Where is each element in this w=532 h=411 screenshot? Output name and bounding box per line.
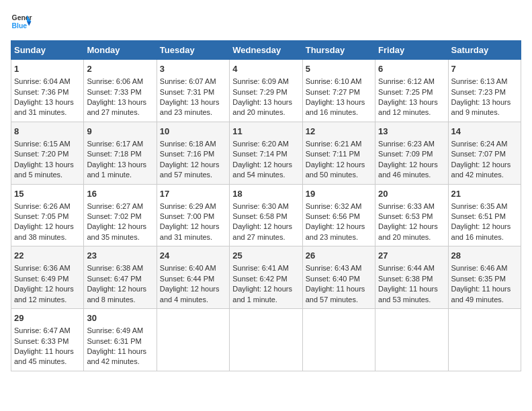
day-info-line: Sunrise: 6:44 AM [378, 263, 445, 273]
day-info-line: Sunset: 6:56 PM [306, 212, 372, 222]
day-info-line: Daylight: 11 hours [87, 347, 153, 357]
weekday-header-tuesday: Tuesday [157, 41, 229, 60]
day-info-line: and 8 minutes. [87, 295, 153, 305]
day-info-line: and 35 minutes. [87, 232, 153, 242]
page-header: General Blue [11, 11, 521, 32]
day-info-line: Sunset: 6:31 PM [87, 336, 153, 347]
day-info-line: and 31 minutes. [160, 232, 226, 242]
day-info-line: Sunset: 7:20 PM [14, 149, 81, 159]
calendar-cell: 14Sunrise: 6:24 AMSunset: 7:07 PMDayligh… [448, 122, 521, 184]
day-info-line: and 4 minutes. [160, 295, 226, 305]
day-info-line: Daylight: 11 hours [306, 284, 372, 294]
calendar-cell: 5Sunrise: 6:10 AMSunset: 7:27 PMDaylight… [302, 60, 375, 122]
day-info-line: and 42 minutes. [451, 170, 518, 180]
day-number: 10 [160, 126, 226, 138]
day-number: 6 [378, 63, 445, 75]
calendar-cell: 11Sunrise: 6:20 AMSunset: 7:14 PMDayligh… [230, 122, 302, 184]
day-info-line: and 53 minutes. [378, 295, 445, 305]
day-number: 5 [306, 63, 372, 75]
day-info-line: Sunrise: 6:26 AM [14, 201, 81, 212]
calendar-table: SundayMondayTuesdayWednesdayThursdayFrid… [11, 40, 521, 371]
day-info-line: Sunset: 7:16 PM [160, 149, 226, 159]
day-info-line: and 23 minutes. [160, 107, 226, 118]
day-info-line: Daylight: 13 hours [160, 97, 226, 107]
day-info-line: Daylight: 12 hours [451, 222, 518, 232]
day-number: 30 [87, 312, 153, 324]
day-info-line: Sunrise: 6:18 AM [160, 139, 226, 149]
day-info-line: Sunrise: 6:21 AM [306, 139, 372, 149]
day-info-line: Sunset: 6:44 PM [160, 274, 226, 284]
day-info-line: Sunrise: 6:30 AM [232, 201, 299, 212]
day-info-line: and 12 minutes. [14, 295, 81, 305]
day-info-line: Sunset: 7:29 PM [232, 87, 299, 97]
calendar-cell: 8Sunrise: 6:15 AMSunset: 7:20 PMDaylight… [11, 122, 84, 184]
day-info-line: Sunset: 6:53 PM [378, 212, 445, 222]
day-number: 27 [378, 250, 445, 262]
day-info-line: and 27 minutes. [232, 232, 299, 242]
day-info-line: Sunset: 6:38 PM [378, 274, 445, 284]
weekday-header-monday: Monday [84, 41, 157, 60]
calendar-cell: 30Sunrise: 6:49 AMSunset: 6:31 PMDayligh… [84, 309, 157, 371]
weekday-header-sunday: Sunday [11, 41, 84, 60]
weekday-header-friday: Friday [375, 41, 448, 60]
day-info-line: Sunset: 7:07 PM [451, 149, 518, 159]
day-info-line: Sunrise: 6:10 AM [306, 77, 372, 87]
day-info-line: Daylight: 12 hours [14, 284, 81, 294]
calendar-cell: 26Sunrise: 6:43 AMSunset: 6:40 PMDayligh… [302, 246, 375, 309]
day-info-line: Sunrise: 6:06 AM [87, 77, 153, 87]
day-info-line: Daylight: 12 hours [378, 222, 445, 232]
day-info-line: Sunset: 7:27 PM [306, 87, 372, 97]
day-info-line: Sunrise: 6:47 AM [14, 326, 81, 336]
calendar-cell: 24Sunrise: 6:40 AMSunset: 6:44 PMDayligh… [157, 246, 229, 309]
day-info-line: and 12 minutes. [378, 107, 445, 118]
calendar-cell: 6Sunrise: 6:12 AMSunset: 7:25 PMDaylight… [375, 60, 448, 122]
calendar-cell: 15Sunrise: 6:26 AMSunset: 7:05 PMDayligh… [11, 184, 84, 246]
day-info-line: and 31 minutes. [14, 107, 81, 118]
day-info-line: Daylight: 12 hours [451, 160, 518, 170]
day-info-line: Daylight: 12 hours [306, 222, 372, 232]
day-info-line: Sunset: 6:49 PM [14, 274, 81, 284]
day-number: 11 [232, 126, 299, 138]
day-info-line: and 1 minute. [232, 295, 299, 305]
day-info-line: Sunset: 7:33 PM [87, 87, 153, 97]
day-info-line: Daylight: 13 hours [14, 160, 81, 170]
weekday-header-thursday: Thursday [302, 41, 375, 60]
day-number: 18 [232, 188, 299, 200]
day-number: 24 [160, 250, 226, 262]
day-info-line: Sunset: 7:05 PM [14, 212, 81, 222]
day-info-line: and 45 minutes. [14, 357, 81, 367]
day-info-line: and 20 minutes. [232, 107, 299, 118]
day-info-line: Sunrise: 6:27 AM [87, 201, 153, 212]
day-info-line: Sunset: 7:31 PM [160, 87, 226, 97]
day-info-line: Daylight: 12 hours [160, 284, 226, 294]
day-info-line: Daylight: 13 hours [14, 97, 81, 107]
day-info-line: Daylight: 11 hours [378, 284, 445, 294]
day-info-line: Sunset: 7:14 PM [232, 149, 299, 159]
calendar-cell: 4Sunrise: 6:09 AMSunset: 7:29 PMDaylight… [230, 60, 302, 122]
day-info-line: Sunrise: 6:07 AM [160, 77, 226, 87]
day-number: 23 [87, 250, 153, 262]
day-info-line: and 27 minutes. [87, 107, 153, 118]
day-number: 21 [451, 188, 518, 200]
day-info-line: and 23 minutes. [306, 232, 372, 242]
day-info-line: Sunrise: 6:24 AM [451, 139, 518, 149]
calendar-cell [230, 309, 302, 371]
day-info-line: Sunrise: 6:15 AM [14, 139, 81, 149]
calendar-cell: 1Sunrise: 6:04 AMSunset: 7:36 PMDaylight… [11, 60, 84, 122]
calendar-cell: 22Sunrise: 6:36 AMSunset: 6:49 PMDayligh… [11, 246, 84, 309]
day-info-line: Sunrise: 6:40 AM [160, 263, 226, 273]
day-info-line: and 16 minutes. [451, 232, 518, 242]
day-info-line: and 49 minutes. [451, 295, 518, 305]
day-info-line: and 54 minutes. [232, 170, 299, 180]
calendar-cell [375, 309, 448, 371]
day-info-line: Sunrise: 6:36 AM [14, 263, 81, 273]
day-info-line: Sunrise: 6:09 AM [232, 77, 299, 87]
calendar-cell: 13Sunrise: 6:23 AMSunset: 7:09 PMDayligh… [375, 122, 448, 184]
day-info-line: Sunset: 6:35 PM [451, 274, 518, 284]
calendar-cell: 18Sunrise: 6:30 AMSunset: 6:58 PMDayligh… [230, 184, 302, 246]
day-info-line: Sunrise: 6:12 AM [378, 77, 445, 87]
day-number: 1 [14, 63, 81, 75]
day-info-line: Daylight: 12 hours [160, 222, 226, 232]
day-info-line: Daylight: 12 hours [306, 160, 372, 170]
svg-marker-3 [27, 21, 31, 26]
